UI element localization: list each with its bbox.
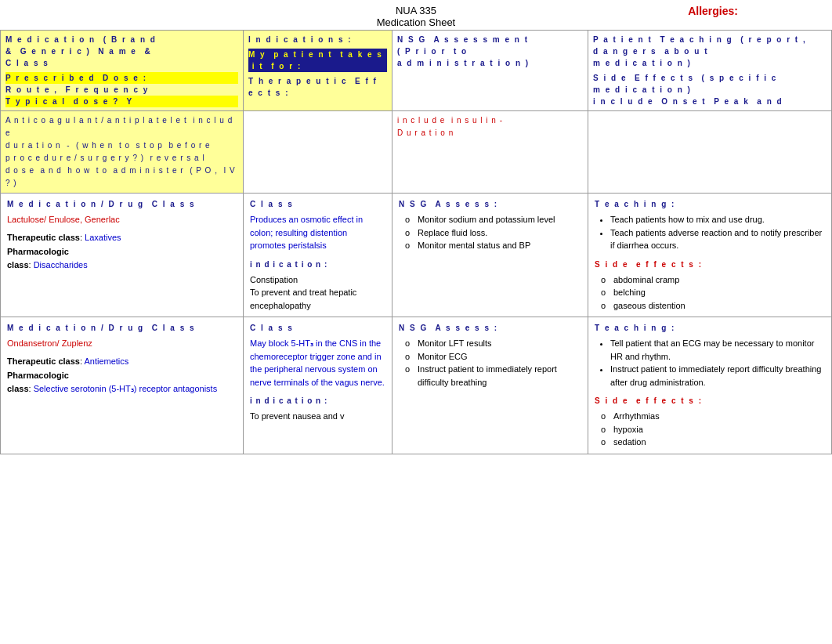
template-cell-3: i n c l u d e i n s u l i n - D u r a t …	[392, 111, 588, 193]
page-subtitle: Medication Sheet	[377, 16, 455, 28]
template-cell-4	[588, 111, 832, 193]
mechanism-cell-2: C l a s s May block 5-HT₃ in the CNS in …	[244, 317, 392, 454]
col-header-3: N S G A s s e s s m e n t ( P r i o r t …	[392, 31, 588, 110]
drug-row-2: M e d i c a t i o n / D r u g C l a s s …	[0, 317, 832, 454]
template-cell-2	[244, 111, 392, 193]
col-header-4: P a t i e n t T e a c h i n g ( r e p o …	[588, 31, 832, 110]
template-cell-1: A n t i c o a g u l a n t / a n t i p l …	[1, 111, 244, 193]
course-title: NUA 335	[377, 5, 455, 16]
col-header-2: I n d i c a t i o n s : M y p a t i e n …	[244, 31, 392, 110]
data-rows: M e d i c a t i o n / D r u g C l a s s …	[0, 193, 832, 454]
drug-row-1: M e d i c a t i o n / D r u g C l a s s …	[0, 193, 832, 317]
teaching-cell-1: T e a c h i n g : Teach patients how to …	[588, 194, 832, 317]
teaching-cell-2: T e a c h i n g : Tell patient that an E…	[588, 317, 832, 454]
template-row: A n t i c o a g u l a n t / a n t i p l …	[0, 110, 832, 193]
drug-info-cell-1: M e d i c a t i o n / D r u g C l a s s …	[1, 194, 244, 317]
allergies-label: Allergies:	[688, 5, 738, 17]
mechanism-cell-1: C l a s s Produces an osmotic effect in …	[244, 194, 392, 317]
col-header-1: M e d i c a t i o n ( B r a n d & G e n …	[1, 31, 244, 110]
nsg-assess-cell-1: N S G A s s e s s : oMonitor sodium and …	[392, 194, 588, 317]
nsg-assess-cell-2: N S G A s s e s s : oMonitor LFT results…	[392, 317, 588, 454]
page-header: NUA 335 Medication Sheet Allergies:	[0, 0, 832, 30]
column-headers: M e d i c a t i o n ( B r a n d & G e n …	[0, 30, 832, 110]
drug-info-cell-2: M e d i c a t i o n / D r u g C l a s s …	[1, 317, 244, 454]
